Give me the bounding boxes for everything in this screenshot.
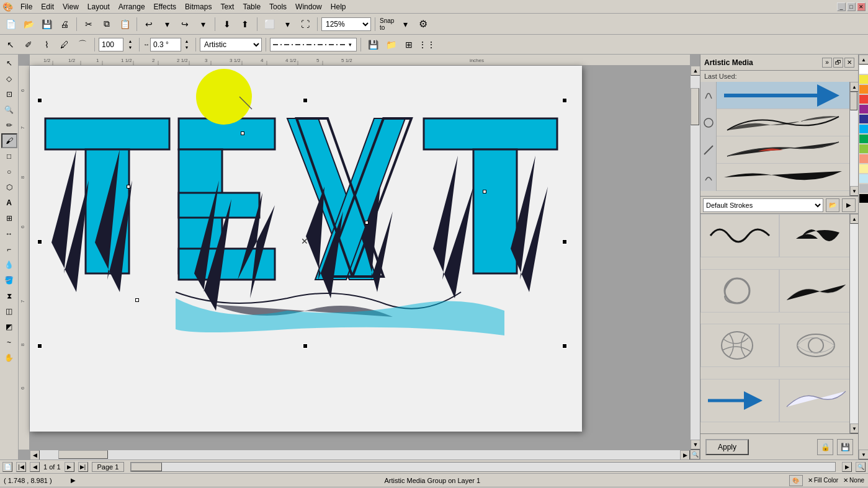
color-swatch-cyan[interactable] xyxy=(859,125,868,133)
node-handle-5[interactable] xyxy=(135,298,139,302)
more-options-button[interactable]: ⋮⋮ xyxy=(419,37,435,53)
palette-scroll-down[interactable]: ▼ xyxy=(859,450,868,459)
selection-handle-tc[interactable] xyxy=(303,98,308,103)
new-button[interactable]: 📄 xyxy=(2,16,19,32)
color-swatch-lightblue[interactable] xyxy=(859,174,868,183)
stroke-item-1[interactable] xyxy=(700,214,779,257)
color-swatch-orange[interactable] xyxy=(859,85,868,94)
save-style-button[interactable]: 💾 xyxy=(365,37,381,53)
menu-tools[interactable]: Tools xyxy=(266,1,290,12)
import-button[interactable]: ⬇ xyxy=(219,16,235,32)
ellipse-tool[interactable]: ○ xyxy=(1,164,17,179)
stroke-item-7[interactable] xyxy=(700,379,779,422)
page-prev-button[interactable]: ◀ xyxy=(30,462,40,472)
freehand-btn[interactable]: ✐ xyxy=(20,37,37,53)
select-tool-btn[interactable]: ↖ xyxy=(2,37,19,53)
scroll-thumb-h[interactable] xyxy=(58,450,108,459)
color-swatch-darkblue[interactable] xyxy=(859,115,868,123)
undo-arrow-button[interactable]: ▾ xyxy=(159,16,175,32)
save-button[interactable]: 💾 xyxy=(38,16,55,32)
node-handle-2[interactable] xyxy=(127,185,130,189)
color-swatch-lightgreen[interactable] xyxy=(859,144,868,153)
width-input[interactable] xyxy=(150,38,181,51)
menu-help[interactable]: Help xyxy=(327,1,350,12)
color-swatch-gray[interactable] xyxy=(859,184,868,193)
color-swatch-white[interactable] xyxy=(859,65,868,74)
scroll-left-button[interactable]: ◀ xyxy=(30,450,40,459)
page-next-button[interactable]: ▶ xyxy=(65,462,74,472)
color-swatch-lightyellow[interactable] xyxy=(859,164,868,173)
brush-item-3[interactable] xyxy=(700,136,858,164)
menu-bitmaps[interactable]: Bitmaps xyxy=(181,1,215,12)
color-swatch-purple[interactable] xyxy=(859,105,868,113)
panel-float-button[interactable]: 🗗 xyxy=(833,58,843,68)
strokes-category-select[interactable]: Default Strokes Arrows Borders Nature xyxy=(703,198,823,212)
scroll-right-button[interactable]: ▶ xyxy=(680,450,690,459)
selection-handle-bc[interactable] xyxy=(303,344,308,348)
menu-window[interactable]: Window xyxy=(292,1,326,12)
paste-button[interactable]: 📋 xyxy=(117,16,133,32)
color-swatch-black[interactable] xyxy=(859,194,868,203)
smear-tool[interactable]: ~ xyxy=(1,335,17,350)
pointer-tool[interactable]: ↖ xyxy=(1,56,17,71)
color-swatch-yellow[interactable] xyxy=(859,75,868,84)
selection-handle-tl[interactable] xyxy=(37,98,42,103)
export-button[interactable]: ⬆ xyxy=(237,16,253,32)
panel-expand-button[interactable]: » xyxy=(822,58,832,68)
selection-handle-mr[interactable] xyxy=(562,239,567,244)
smooth-stepper[interactable]: ▲ ▼ xyxy=(125,37,135,53)
brush-grid-button[interactable]: ⊞ xyxy=(401,37,417,53)
transparency-tool[interactable]: ◩ xyxy=(1,319,17,334)
brush-item-1[interactable] xyxy=(700,82,858,109)
node-handle-1[interactable] xyxy=(241,131,244,135)
menu-effects[interactable]: Effects xyxy=(150,1,180,12)
undo-button[interactable]: ↩ xyxy=(141,16,157,32)
stroke-item-6[interactable] xyxy=(779,324,858,367)
mode-select[interactable]: Artistic Brush Sprayer Calligraphic Pres… xyxy=(200,38,262,51)
minimize-button[interactable]: _ xyxy=(837,2,846,11)
brush-item-4[interactable] xyxy=(700,164,858,191)
scroll-up-button[interactable]: ▲ xyxy=(691,66,700,76)
node-handle-4[interactable] xyxy=(483,190,486,193)
lu-scroll-down[interactable]: ▼ xyxy=(850,186,858,196)
selection-handle-tr[interactable] xyxy=(562,98,567,103)
copy-button[interactable]: ⧉ xyxy=(99,16,115,32)
redo-arrow-button[interactable]: ▾ xyxy=(195,16,211,32)
menu-edit[interactable]: Edit xyxy=(37,1,58,12)
pen-btn[interactable]: 🖊 xyxy=(56,37,73,53)
apply-button[interactable]: Apply xyxy=(705,439,749,455)
redo-button[interactable]: ↪ xyxy=(177,16,193,32)
brush-item-2[interactable] xyxy=(700,109,858,136)
view-mode-arrow[interactable]: ▾ xyxy=(279,16,295,32)
width-stepper[interactable]: ▲ ▼ xyxy=(182,37,192,53)
stroke-item-4[interactable] xyxy=(779,269,858,313)
palette-scroll-up[interactable]: ▲ xyxy=(859,55,868,64)
node-handle-3[interactable] xyxy=(365,221,369,224)
color-swatch-salmon[interactable] xyxy=(859,154,868,163)
last-used-scrollbar[interactable]: ▲ ▼ xyxy=(849,82,858,196)
connector-tool[interactable]: ⌐ xyxy=(1,242,17,257)
dimension-tool[interactable]: ↔ xyxy=(1,226,17,241)
table-tool[interactable]: ⊞ xyxy=(1,211,17,226)
selection-handle-br[interactable] xyxy=(562,344,567,348)
line-style-selector[interactable]: ▾ xyxy=(270,38,357,51)
freehand-tool[interactable]: ✏ xyxy=(1,118,17,133)
zoom-reset-button[interactable]: 🔍 xyxy=(856,462,866,472)
zoom-select[interactable]: 125% xyxy=(321,17,371,31)
selection-handle-ml[interactable] xyxy=(37,239,42,244)
scroll-down-button[interactable]: ▼ xyxy=(691,440,700,450)
shadow-tool[interactable]: ◫ xyxy=(1,304,17,319)
scroll-thumb-v[interactable] xyxy=(691,88,699,125)
page-tab[interactable]: Page 1 xyxy=(92,462,125,472)
horizontal-scrollbar[interactable]: ◀ ▶ xyxy=(30,450,690,459)
zoom-tool[interactable]: 🔍 xyxy=(1,102,17,117)
strokes-scroll-up[interactable]: ▲ xyxy=(850,214,858,224)
stroke-item-5[interactable] xyxy=(700,324,779,367)
zoom-magnifier[interactable]: 🔍 xyxy=(690,450,700,459)
smooth-input[interactable]: 100 xyxy=(99,38,123,51)
color-swatch-red[interactable] xyxy=(859,95,868,104)
stroke-item-2[interactable] xyxy=(779,214,858,257)
bezier-btn[interactable]: ⌇ xyxy=(38,37,55,53)
strokes-options-button[interactable]: ▶ xyxy=(842,198,856,212)
menu-text[interactable]: Text xyxy=(217,1,238,12)
